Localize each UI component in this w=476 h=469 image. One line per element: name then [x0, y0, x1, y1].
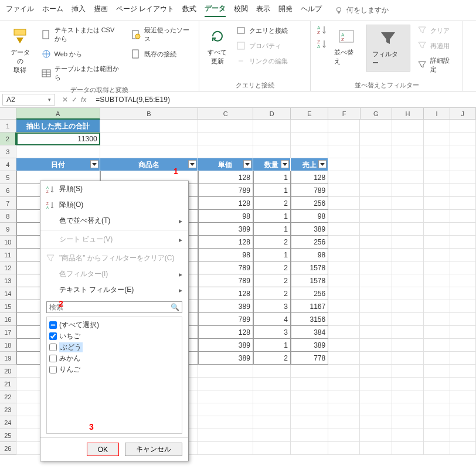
cancel-button[interactable]: キャンセル — [125, 443, 182, 456]
th-qty[interactable]: 数量 — [253, 158, 291, 171]
cell[interactable] — [450, 339, 476, 352]
cell[interactable] — [291, 416, 328, 429]
filter-check-item[interactable]: (すべて選択) — [49, 320, 179, 331]
tell-me[interactable]: 何をしますか — [335, 5, 389, 15]
cell-sales[interactable]: 3156 — [291, 313, 328, 326]
cell[interactable] — [360, 442, 392, 455]
cell[interactable] — [392, 197, 424, 210]
filter-arrow-icon[interactable] — [281, 160, 289, 168]
sort-by-color-item[interactable]: 色で並べ替え(T)▸ — [40, 213, 188, 229]
cell-price[interactable]: 789 — [198, 274, 253, 287]
cell[interactable] — [392, 313, 424, 326]
cell[interactable] — [328, 339, 360, 352]
cell[interactable] — [360, 236, 392, 249]
filter-search-input[interactable] — [49, 303, 171, 311]
row-header[interactable]: 21 — [0, 378, 16, 390]
cell-total-value[interactable]: 11300 — [16, 132, 100, 145]
checkbox[interactable] — [49, 321, 57, 329]
filter-checklist[interactable]: (すべて選択)いちごぶどうみかんりんご — [46, 317, 182, 434]
cell[interactable] — [198, 442, 253, 455]
cell-qty[interactable]: 1 — [253, 223, 291, 236]
table-range-button[interactable]: テーブルまたは範囲から — [39, 63, 125, 83]
cell[interactable] — [253, 403, 291, 416]
cell-price[interactable]: 128 — [198, 326, 253, 339]
cell[interactable] — [424, 442, 450, 455]
cell[interactable] — [450, 274, 476, 287]
cell[interactable] — [424, 274, 450, 287]
row-header[interactable]: 8 — [0, 210, 16, 223]
cell[interactable] — [328, 390, 360, 403]
cell[interactable] — [328, 210, 360, 223]
sort-asc-item[interactable]: AZ昇順(S) — [40, 181, 188, 197]
cell[interactable] — [424, 326, 450, 339]
cell-price[interactable]: 128 — [198, 236, 253, 249]
cell[interactable] — [450, 261, 476, 274]
cell[interactable] — [328, 171, 360, 184]
col-header-e[interactable]: E — [291, 108, 328, 120]
cell[interactable] — [360, 429, 392, 442]
fx-icon[interactable]: fx — [81, 96, 86, 104]
cell-sales[interactable]: 1578 — [291, 261, 328, 274]
th-date[interactable]: 日付 — [16, 158, 100, 171]
cell-price[interactable]: 389 — [198, 300, 253, 313]
cell[interactable] — [328, 313, 360, 326]
cell[interactable] — [328, 132, 360, 145]
cell-qty[interactable]: 3 — [253, 300, 291, 313]
cell-sales[interactable]: 128 — [291, 171, 328, 184]
cell[interactable] — [328, 223, 360, 236]
cell[interactable] — [100, 145, 199, 158]
cell-sales[interactable]: 789 — [291, 184, 328, 197]
queries-connections-button[interactable]: クエリと接続 — [234, 25, 290, 36]
cell[interactable] — [328, 145, 360, 158]
refresh-all-button[interactable]: すべて 更新 — [205, 25, 229, 68]
row-header[interactable]: 2 — [0, 132, 16, 145]
cell-qty[interactable]: 1 — [253, 171, 291, 184]
cell[interactable] — [392, 442, 424, 455]
cell[interactable] — [360, 145, 392, 158]
cell-sales[interactable]: 98 — [291, 249, 328, 261]
tab-insert[interactable]: 挿入 — [72, 4, 86, 16]
ok-button[interactable]: OK — [87, 443, 119, 456]
cell-qty[interactable]: 1 — [253, 249, 291, 261]
tab-page-layout[interactable]: ページ レイアウト — [116, 4, 174, 16]
filter-check-item[interactable]: いちご — [49, 331, 179, 342]
cell[interactable] — [424, 236, 450, 249]
tab-review[interactable]: 校閲 — [234, 4, 248, 16]
cell[interactable] — [328, 197, 360, 210]
cell[interactable] — [360, 223, 392, 236]
checkbox[interactable] — [49, 332, 57, 340]
cell-price[interactable]: 128 — [198, 197, 253, 210]
col-header-g[interactable]: G — [361, 108, 392, 120]
cell[interactable] — [424, 313, 450, 326]
cell[interactable] — [198, 365, 253, 378]
get-data-button[interactable]: データの 取得 — [6, 25, 35, 77]
tab-help[interactable]: ヘルプ — [301, 4, 322, 16]
cell[interactable] — [291, 442, 328, 455]
row-header[interactable]: 15 — [0, 300, 16, 313]
cell[interactable] — [424, 132, 450, 145]
cell[interactable] — [253, 120, 291, 132]
cell[interactable] — [360, 403, 392, 416]
cell[interactable] — [392, 287, 424, 300]
row-header[interactable]: 19 — [0, 352, 16, 365]
cell[interactable] — [392, 132, 424, 145]
cell[interactable] — [392, 403, 424, 416]
cell[interactable] — [198, 378, 253, 390]
cell[interactable] — [450, 429, 476, 442]
cell[interactable] — [450, 145, 476, 158]
cell[interactable] — [360, 184, 392, 197]
sort-desc-item[interactable]: ZA降順(O) — [40, 197, 188, 213]
cell-price[interactable]: 789 — [198, 313, 253, 326]
cell[interactable] — [424, 184, 450, 197]
cell[interactable] — [198, 403, 253, 416]
filter-arrow-icon[interactable] — [90, 160, 98, 168]
tab-draw[interactable]: 描画 — [94, 4, 108, 16]
cell[interactable] — [424, 300, 450, 313]
cell[interactable] — [360, 171, 392, 184]
advanced-filter-button[interactable]: 詳細設定 — [415, 55, 457, 75]
cell[interactable] — [392, 210, 424, 223]
cell[interactable] — [392, 416, 424, 429]
cell-price[interactable]: 789 — [198, 261, 253, 274]
row-header[interactable]: 25 — [0, 429, 16, 442]
cell[interactable] — [360, 300, 392, 313]
